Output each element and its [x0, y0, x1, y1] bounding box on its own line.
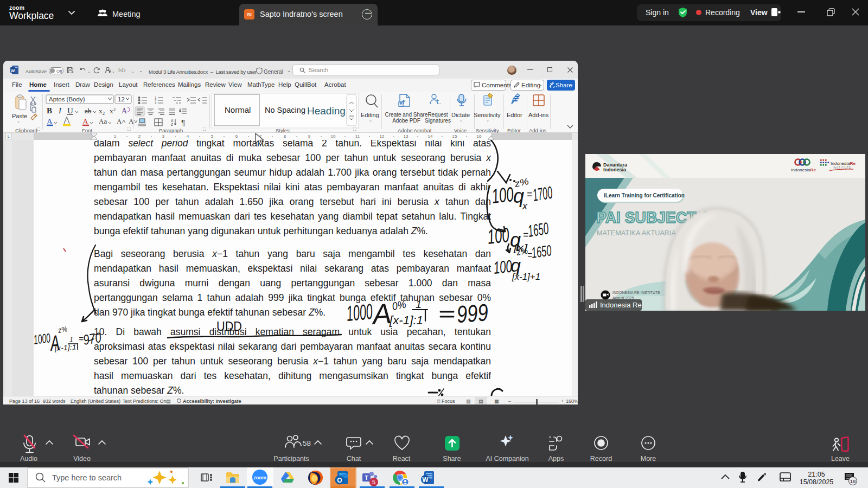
svg-text:58: 58 [303, 439, 311, 447]
svg-text:100: 100 [490, 183, 514, 208]
svg-text:1: 1 [114, 134, 117, 139]
svg-text:INSTITUTE: INSTITUTE [833, 166, 851, 169]
svg-text:9: 9 [308, 134, 311, 139]
svg-text:z%: z% [515, 246, 529, 258]
svg-text:5: 5 [372, 479, 375, 485]
svg-text:1650: 1650 [531, 242, 553, 261]
svg-text:8: 8 [284, 134, 286, 139]
svg-text:iLearn Training for Certificat: iLearn Training for Certification [604, 192, 685, 198]
svg-text:12: 12 [380, 134, 385, 139]
svg-text:14: 14 [428, 134, 433, 139]
svg-text:Type here to search: Type here to search [52, 473, 122, 482]
svg-text:A˄: A˄ [117, 117, 126, 125]
svg-text:18: 18 [850, 478, 856, 484]
svg-text:x: x [522, 201, 528, 211]
svg-text:1000: 1000 [33, 330, 51, 347]
svg-text:1: 1 [416, 298, 422, 310]
svg-text:A: A [47, 117, 53, 126]
svg-text:IndonesiaRe: IndonesiaRe [831, 161, 856, 166]
svg-text:15/08/2025: 15/08/2025 [800, 478, 834, 486]
svg-text:15: 15 [452, 134, 457, 139]
svg-text:1700: 1700 [531, 183, 553, 205]
svg-text:[x-1]:1: [x-1]:1 [389, 313, 423, 327]
svg-text:100: 100 [486, 223, 510, 248]
svg-text:999: 999 [456, 299, 489, 328]
svg-text:ab: ab [85, 107, 91, 115]
svg-text:IndonesiaRe: IndonesiaRe [791, 168, 816, 172]
svg-text:¶: ¶ [181, 118, 186, 127]
svg-text:A: A [122, 107, 127, 115]
svg-text:12: 12 [118, 96, 125, 102]
svg-text:10: 10 [331, 134, 336, 139]
svg-text:3: 3 [162, 134, 165, 139]
svg-text:=: = [527, 188, 532, 201]
svg-text:Indonesia: Indonesia [603, 167, 627, 172]
svg-text:zoom: zoom [253, 475, 266, 480]
svg-text:W: W [11, 68, 15, 73]
svg-text:2: 2 [103, 111, 105, 116]
svg-text:Heading: Heading [307, 105, 346, 117]
svg-text:Aptos (Body): Aptos (Body) [49, 96, 85, 102]
svg-text:21:05: 21:05 [808, 471, 825, 478]
svg-text:4: 4 [187, 134, 189, 139]
svg-text:5: 5 [211, 134, 214, 139]
svg-text:13: 13 [404, 134, 409, 139]
svg-text:6: 6 [235, 134, 238, 139]
svg-text:0%: 0% [391, 298, 407, 312]
svg-text:O: O [337, 477, 342, 484]
svg-text:Normal: Normal [225, 105, 251, 114]
svg-text:A: A [82, 117, 88, 126]
svg-text:Aa: Aa [99, 117, 107, 125]
svg-text:W: W [422, 476, 429, 484]
svg-text:A˅: A˅ [129, 117, 138, 125]
svg-text:UDD: UDD [216, 319, 242, 333]
svg-text:[x-1]+1: [x-1]+1 [512, 272, 540, 281]
svg-text:I: I [58, 106, 62, 115]
svg-text:970: 970 [82, 329, 103, 348]
svg-text:[x-1]:1: [x-1]:1 [54, 343, 76, 352]
svg-text:x: x [99, 107, 103, 115]
svg-text:11: 11 [355, 134, 360, 139]
svg-text:T: T [365, 474, 368, 481]
svg-text:INDONESIA RE INSTITUTE: INDONESIA RE INSTITUTE [612, 291, 660, 294]
svg-text:B: B [47, 106, 52, 115]
svg-text:2: 2 [138, 134, 141, 139]
svg-text:Indonesia Re: Indonesia Re [600, 301, 642, 309]
svg-text:2: 2 [113, 107, 116, 112]
svg-text:Z: Z [171, 123, 173, 126]
svg-text:16: 16 [477, 134, 482, 139]
svg-text:U: U [67, 106, 73, 115]
svg-text:1000: 1000 [346, 299, 374, 325]
svg-text:z%: z% [57, 324, 68, 335]
svg-text:x: x [110, 107, 113, 115]
svg-text:A: A [171, 119, 174, 123]
svg-text:3: 3 [155, 101, 157, 105]
svg-text:1650: 1650 [527, 219, 550, 241]
svg-text:MATEMATIKA AKTUARIA: MATEMATIKA AKTUARIA [597, 229, 676, 237]
svg-text:1: 1 [69, 336, 73, 344]
svg-text:No Spacing: No Spacing [265, 106, 305, 114]
